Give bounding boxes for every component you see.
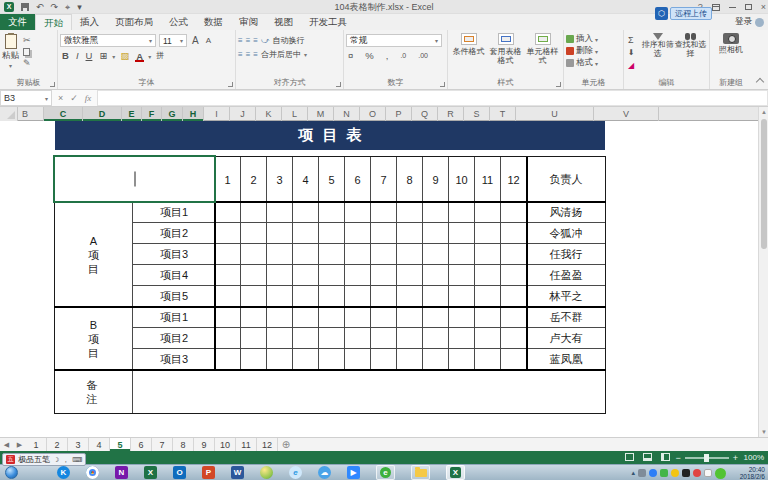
grid-cell[interactable]	[345, 265, 371, 285]
format-as-table-button[interactable]: 套用表格格式	[487, 33, 524, 77]
owner-cell[interactable]: 任盈盈	[527, 265, 605, 285]
grid-cell[interactable]	[397, 349, 423, 370]
column-header[interactable]: V	[594, 107, 659, 121]
remark-cell[interactable]: 备注	[55, 370, 133, 413]
grid-cell[interactable]	[293, 265, 319, 285]
scrollbar-thumb[interactable]	[761, 119, 767, 249]
project-cell[interactable]: 项目1	[133, 307, 215, 327]
owner-cell[interactable]: 风清扬	[527, 202, 605, 222]
orientation-icon[interactable]: ⤻	[261, 36, 270, 46]
owner-cell[interactable]: 令狐冲	[527, 223, 605, 243]
accounting-format-icon[interactable]: ¤	[346, 50, 355, 62]
grid-cell[interactable]	[449, 286, 475, 307]
tray-icon[interactable]	[671, 469, 679, 477]
owner-cell[interactable]: 蓝凤凰	[527, 349, 605, 370]
grid-cell[interactable]	[345, 202, 371, 222]
wechat-icon[interactable]	[715, 468, 726, 479]
merge-center-button[interactable]: 合并后居中	[261, 49, 301, 60]
netdisk-icon[interactable]: ▶	[347, 466, 360, 479]
grid-cell[interactable]	[345, 244, 371, 264]
scroll-up-icon[interactable]: ▲	[759, 107, 768, 117]
column-header[interactable]: I	[204, 107, 230, 121]
number-dialog-launcher-icon[interactable]	[440, 82, 445, 87]
remark-content-cell[interactable]	[133, 370, 605, 413]
column-header[interactable]: G	[162, 107, 183, 121]
grid-cell[interactable]	[241, 202, 267, 222]
align-center-icon[interactable]: ≡	[246, 50, 251, 60]
zoom-out-icon[interactable]: −	[675, 453, 680, 463]
column-header[interactable]: R	[438, 107, 464, 121]
zoom-in-icon[interactable]: +	[733, 453, 738, 463]
column-header[interactable]: M	[308, 107, 334, 121]
column-header[interactable]: J	[230, 107, 256, 121]
grid-cell[interactable]	[371, 223, 397, 243]
project-cell[interactable]: 项目4	[133, 265, 215, 285]
column-header[interactable]: C	[44, 107, 83, 121]
grid-cell[interactable]	[241, 349, 267, 370]
upload-overlay-button[interactable]: ⬡ 远程上传	[655, 7, 712, 20]
column-header[interactable]: H	[183, 107, 204, 121]
grid-cell[interactable]	[397, 265, 423, 285]
month-header-cell[interactable]: 4	[293, 157, 319, 202]
chrome-icon[interactable]	[86, 466, 99, 479]
restore-icon[interactable]	[745, 4, 752, 10]
grid-cell[interactable]	[215, 349, 241, 370]
grid-cell[interactable]	[319, 202, 345, 222]
font-color-button[interactable]: A	[134, 51, 145, 62]
grid-cell[interactable]	[241, 223, 267, 243]
insert-function-icon[interactable]: fx	[85, 93, 92, 103]
grid-cell[interactable]	[215, 265, 241, 285]
grid-cell[interactable]	[267, 307, 293, 327]
minimize-icon[interactable]	[729, 7, 736, 8]
scroll-down-icon[interactable]: ▼	[759, 427, 768, 437]
grid-cell[interactable]	[397, 286, 423, 307]
column-header[interactable]: L	[282, 107, 308, 121]
ime-mode-icon[interactable]: ☽	[53, 455, 59, 464]
grid-cell[interactable]	[293, 349, 319, 370]
sheet-tab[interactable]: 10	[215, 438, 236, 451]
grid-cell[interactable]	[267, 265, 293, 285]
grid-cell[interactable]	[501, 244, 527, 264]
green-browser-button[interactable]: e	[376, 465, 395, 480]
ie-icon[interactable]: e	[289, 466, 302, 479]
select-all-corner[interactable]	[0, 107, 18, 121]
folder-window-button[interactable]	[411, 465, 430, 480]
month-header-cell[interactable]: 6	[345, 157, 371, 202]
excel-app-icon[interactable]: X	[144, 466, 157, 479]
tray-icon[interactable]	[638, 469, 646, 477]
grid-cell[interactable]	[475, 202, 501, 222]
name-box[interactable]: B3 ▾	[0, 90, 52, 106]
sheet-tab[interactable]: 2	[47, 438, 68, 451]
close-icon[interactable]: ×	[761, 2, 766, 12]
increase-decimal-icon[interactable]: .0	[398, 50, 408, 62]
sheet-tab[interactable]: 5	[110, 438, 131, 451]
grid-cell[interactable]	[319, 328, 345, 348]
ime-toolbar[interactable]: 五 极品五笔 ☽ ， ⌨	[2, 453, 86, 466]
formula-input[interactable]	[98, 90, 768, 106]
pinwheel-icon[interactable]	[28, 466, 41, 479]
weather-icon[interactable]: ☁	[318, 466, 331, 479]
grid-cell[interactable]	[449, 244, 475, 264]
month-header-cell[interactable]: 9	[423, 157, 449, 202]
grid-cell[interactable]	[501, 265, 527, 285]
new-sheet-icon[interactable]: ⊕	[278, 438, 294, 451]
grid-cell[interactable]	[293, 223, 319, 243]
grid-cell[interactable]	[345, 223, 371, 243]
sheet-tab[interactable]: 12	[257, 438, 278, 451]
grid-cell[interactable]	[423, 265, 449, 285]
zoom-slider-thumb[interactable]	[704, 454, 709, 462]
grid-cell[interactable]	[371, 202, 397, 222]
grid-cell[interactable]	[267, 286, 293, 307]
collapse-ribbon-icon[interactable]	[756, 78, 764, 86]
grid-cell[interactable]	[449, 328, 475, 348]
confirm-entry-icon[interactable]: ✓	[70, 93, 78, 103]
grid-cell[interactable]	[397, 328, 423, 348]
grid-cell[interactable]	[423, 349, 449, 370]
tray-icon[interactable]	[649, 469, 657, 477]
grid-cell[interactable]	[475, 244, 501, 264]
grid-cell[interactable]	[501, 202, 527, 222]
grid-cell[interactable]	[293, 328, 319, 348]
format-painter-icon[interactable]: ✎	[23, 58, 31, 69]
sheet-tab[interactable]: 8	[173, 438, 194, 451]
clipboard-dialog-launcher-icon[interactable]	[50, 82, 55, 87]
